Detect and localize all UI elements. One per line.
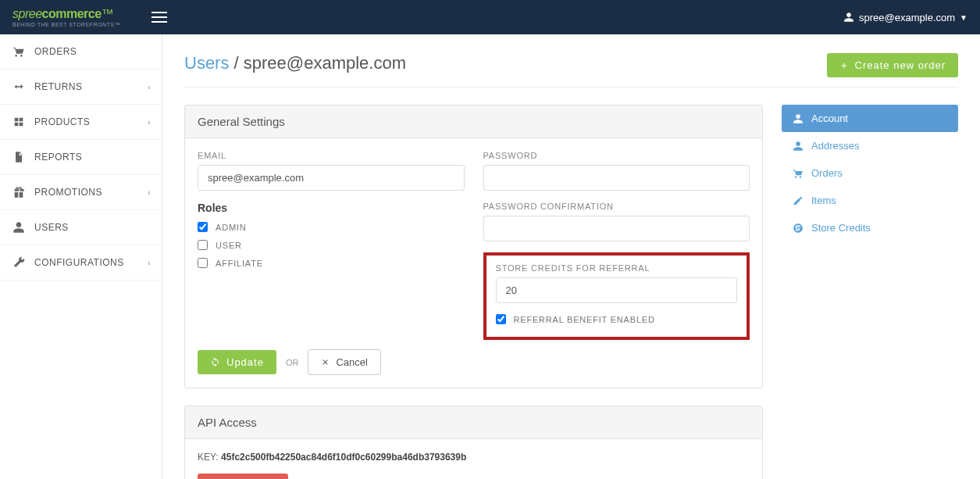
general-settings-panel: General Settings EMAIL Roles — [184, 105, 763, 388]
sidebar-label: REPORTS — [34, 152, 82, 163]
sidenav-items[interactable]: Items — [782, 187, 958, 214]
user-menu[interactable]: spree@example.com ▼ — [843, 12, 968, 23]
sidebar-item-configurations[interactable]: CONFIGURATIONS ‹ — [0, 245, 162, 281]
password-confirmation-label: PASSWORD CONFIRMATION — [483, 202, 750, 211]
sidebar-item-users[interactable]: USERS — [0, 210, 162, 245]
referral-benefit-checkbox[interactable] — [496, 314, 506, 324]
sidenav-label: Store Credits — [811, 222, 871, 234]
user-icon — [793, 113, 804, 124]
sidebar-label: CONFIGURATIONS — [34, 257, 124, 268]
role-user-label: USER — [216, 241, 242, 250]
panel-heading: API Access — [185, 406, 762, 439]
user-icon — [12, 221, 25, 234]
breadcrumb-sep: / — [229, 53, 243, 73]
api-access-panel: API Access KEY: 45fc2c500fb42250ac84d6f1… — [184, 406, 763, 479]
divider — [184, 87, 958, 88]
pencil-icon — [793, 195, 804, 206]
update-button[interactable]: Update — [198, 350, 276, 374]
returns-icon — [12, 80, 25, 93]
sidenav-label: Addresses — [811, 140, 859, 152]
sidenav-label: Orders — [811, 167, 843, 179]
brand-logo[interactable]: spreecommerce™ BEHIND THE BEST STOREFRON… — [12, 8, 120, 27]
panel-heading: General Settings — [185, 105, 762, 138]
role-admin-label: ADMIN — [216, 223, 246, 232]
chevron-left-icon: ‹ — [148, 259, 151, 267]
page-header: Users / spree@example.com Create new ord… — [184, 53, 958, 77]
sidebar: ORDERS RETURNS ‹ PRODUCTS ‹ REPORTS PROM… — [0, 34, 162, 479]
brand-tagline: BEHIND THE BEST STOREFRONTS™ — [12, 22, 120, 27]
grid-icon — [12, 116, 25, 128]
cart-icon — [793, 168, 804, 179]
breadcrumb: Users / spree@example.com — [184, 53, 406, 73]
email-input[interactable] — [198, 165, 465, 191]
side-nav: Account Addresses Orders Items Store Cre… — [782, 105, 958, 241]
dollar-icon — [793, 223, 804, 234]
brand-suffix: commerce — [42, 7, 102, 20]
sidebar-label: USERS — [34, 222, 69, 233]
sidenav-store-credits[interactable]: Store Credits — [782, 214, 958, 241]
plus-icon — [839, 61, 849, 70]
role-user-checkbox[interactable] — [198, 240, 208, 250]
sidenav-label: Items — [811, 195, 836, 206]
cart-icon — [12, 45, 25, 58]
sidebar-label: RETURNS — [34, 81, 83, 92]
sidebar-item-returns[interactable]: RETURNS ‹ — [0, 70, 162, 105]
referral-benefit-row[interactable]: REFERRAL BENEFIT ENABLED — [496, 314, 738, 324]
sidenav-label: Account — [811, 113, 848, 124]
sidebar-item-products[interactable]: PRODUCTS ‹ — [0, 105, 162, 140]
or-text: OR — [286, 358, 299, 367]
topbar: spreecommerce™ BEHIND THE BEST STOREFRON… — [0, 0, 980, 34]
referral-benefit-label: REFERRAL BENEFIT ENABLED — [514, 315, 655, 324]
key-label: KEY: — [198, 452, 219, 463]
password-confirmation-input[interactable] — [483, 216, 750, 241]
sidebar-item-promotions[interactable]: PROMOTIONS ‹ — [0, 175, 162, 210]
file-icon — [12, 151, 25, 163]
store-credits-label: STORE CREDITS FOR REFERRAL — [496, 263, 738, 273]
gift-icon — [12, 186, 25, 198]
sidebar-item-reports[interactable]: REPORTS — [0, 140, 162, 175]
role-user-row[interactable]: USER — [198, 240, 465, 250]
create-order-label: Create new order — [855, 59, 946, 71]
sidebar-label: PRODUCTS — [34, 116, 90, 127]
refresh-icon — [210, 357, 220, 367]
user-email: spree@example.com — [859, 12, 955, 23]
update-label: Update — [226, 356, 264, 368]
role-admin-row[interactable]: ADMIN — [198, 222, 465, 232]
password-label: PASSWORD — [483, 151, 750, 160]
key-value: 45fc2c500fb42250ac84d6f10df0c60299ba46db… — [221, 452, 466, 463]
role-affiliate-label: AFFILIATE — [216, 259, 263, 268]
store-credits-input[interactable] — [496, 277, 738, 303]
wrench-icon — [12, 256, 25, 269]
sidebar-label: ORDERS — [34, 46, 77, 57]
sidebar-item-orders[interactable]: ORDERS — [0, 34, 162, 70]
api-key-row: KEY: 45fc2c500fb42250ac84d6f10df0c60299b… — [198, 452, 750, 463]
clear-key-button[interactable]: Clear key — [198, 474, 288, 479]
role-affiliate-checkbox[interactable] — [198, 258, 208, 268]
topbar-left: spreecommerce™ BEHIND THE BEST STOREFRON… — [12, 8, 167, 27]
chevron-left-icon: ‹ — [148, 188, 151, 197]
referral-highlight-box: STORE CREDITS FOR REFERRAL REFERRAL BENE… — [483, 252, 750, 340]
user-icon — [843, 12, 854, 23]
breadcrumb-current: spree@example.com — [244, 53, 406, 73]
menu-toggle-icon[interactable] — [151, 12, 167, 23]
chevron-left-icon: ‹ — [148, 118, 151, 127]
password-input[interactable] — [483, 165, 750, 191]
sidenav-orders[interactable]: Orders — [782, 159, 958, 187]
email-label: EMAIL — [198, 151, 465, 160]
sidenav-addresses[interactable]: Addresses — [782, 132, 958, 159]
main-content: Users / spree@example.com Create new ord… — [162, 34, 980, 479]
breadcrumb-root[interactable]: Users — [184, 53, 229, 73]
create-order-button[interactable]: Create new order — [827, 53, 958, 77]
brand-name: spree — [12, 7, 42, 20]
action-row: Update OR Cancel — [198, 349, 750, 375]
role-admin-checkbox[interactable] — [198, 222, 208, 232]
chevron-left-icon: ‹ — [148, 83, 151, 91]
caret-down-icon: ▼ — [960, 13, 968, 22]
role-affiliate-row[interactable]: AFFILIATE — [198, 258, 465, 268]
cancel-button[interactable]: Cancel — [308, 349, 380, 375]
cancel-label: Cancel — [336, 356, 367, 368]
roles-heading: Roles — [198, 202, 465, 214]
sidenav-account[interactable]: Account — [782, 105, 958, 132]
sidebar-label: PROMOTIONS — [34, 187, 102, 198]
user-icon — [793, 141, 804, 152]
